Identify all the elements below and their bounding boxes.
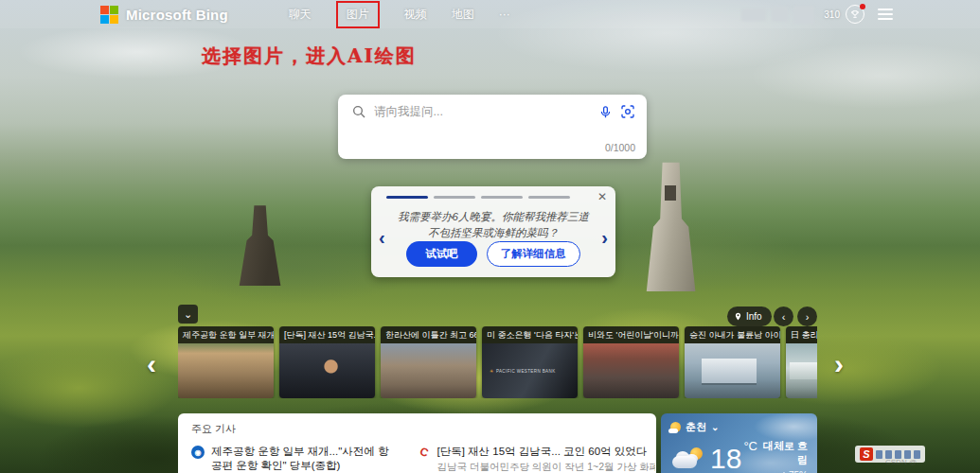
chosun-logo-icon: C xyxy=(416,444,433,461)
news-card-image xyxy=(583,343,679,398)
visual-search-icon[interactable] xyxy=(620,104,635,119)
microphone-icon[interactable] xyxy=(598,105,613,119)
chevron-down-icon: ⌄ xyxy=(184,308,192,321)
info-label: Info xyxy=(746,311,762,322)
news-card[interactable]: 미 중소은행 '다음 타자'는 ... PACIFIC WESTERN BANK xyxy=(482,326,578,398)
article-item[interactable]: C [단독] 재산 15억 김남국... 코인 60억 있었다 김남국 더불어민… xyxy=(418,445,644,473)
watermark-logo: S xyxy=(860,447,873,461)
partly-cloudy-icon xyxy=(670,447,704,470)
nav-more[interactable]: ··· xyxy=(499,8,510,21)
notification-dot xyxy=(860,4,865,9)
cards-prev-icon[interactable]: ‹ xyxy=(147,350,156,378)
background-info-button[interactable]: Info xyxy=(727,307,772,326)
watermark-faint-text: CSDN @... xyxy=(885,458,923,466)
redacted-user-info xyxy=(793,6,814,24)
search-icon xyxy=(351,104,366,119)
top-navigation-bar: Microsoft Bing 聊天 图片 视频 地图 ··· 310 xyxy=(0,0,980,28)
cards-next-icon[interactable]: › xyxy=(834,350,844,378)
close-icon[interactable]: ✕ xyxy=(597,190,607,203)
search-input[interactable] xyxy=(374,105,591,118)
nav-videos[interactable]: 视频 xyxy=(404,7,427,23)
try-it-button[interactable]: 试试吧 xyxy=(406,241,477,267)
temperature-unit: °C xyxy=(743,439,757,453)
learn-more-button[interactable]: 了解详细信息 xyxy=(487,241,580,267)
yonhap-logo-icon: ◉ xyxy=(191,446,205,459)
nav-images[interactable]: 图片 xyxy=(336,1,380,28)
news-card-image xyxy=(786,343,817,398)
rewards-trophy-icon[interactable] xyxy=(846,5,864,24)
top-stories-header: 주요 기사 xyxy=(191,422,643,436)
news-card-image xyxy=(279,343,375,398)
chevron-down-icon[interactable]: ⌄ xyxy=(711,422,719,432)
sun-small-icon xyxy=(670,422,681,432)
rewards-points: 310 xyxy=(824,9,840,20)
jungle-ruin-left xyxy=(233,199,286,286)
collapse-cards-button[interactable]: ⌄ xyxy=(178,305,198,324)
promo-example-prompt: 我需要举办6人晚宴。你能帮我推荐三道不包括坚果或海鲜的菜吗？ xyxy=(398,209,589,240)
redacted-user-info xyxy=(741,9,766,21)
article-title[interactable]: [단독] 재산 15억 김남국... 코인 60억 있었다 xyxy=(437,445,655,459)
weather-widget[interactable]: 춘천 ⌄ 18 °C 대체로 흐림 75% xyxy=(661,413,817,473)
nav-chat[interactable]: 聊天 xyxy=(289,7,312,23)
char-counter: 0/1000 xyxy=(605,142,635,153)
topbar-right-cluster: 310 xyxy=(741,0,893,28)
news-card[interactable]: 비와도 '어린이날'이니까..... xyxy=(583,326,679,398)
top-stories-panel: 주요 기사 ◉ 제주공항 운항 일부 재개..."사전에 항공편 운항 확인" … xyxy=(178,413,656,473)
article-item[interactable]: ◉ 제주공항 운항 일부 재개..."사전에 항공편 운항 확인" 당부(종합)… xyxy=(191,445,393,473)
news-card[interactable]: 승진 아내가 불륜남 아이 ... xyxy=(685,326,780,398)
tikal-temple xyxy=(642,157,699,291)
temperature-value: 18 xyxy=(710,445,741,473)
news-card-image xyxy=(685,343,780,398)
article-snippet: 김남국 더불어민주당 의원이 작년 1~2월 가상 화폐의 일종인 '... xyxy=(437,461,655,473)
bing-homepage: Microsoft Bing 聊天 图片 视频 地图 ··· 310 选择图片，… xyxy=(0,0,980,473)
carousel-progress xyxy=(386,196,570,199)
main-nav: 聊天 图片 视频 地图 ··· xyxy=(289,1,510,28)
temple-doorway xyxy=(665,185,676,201)
news-cards-carousel: 제주공항 운항 일부 재개..."... [단독] 재산 15억 김남국... … xyxy=(178,326,817,398)
annotation-text: 选择图片，进入AI绘图 xyxy=(202,44,417,69)
weather-location[interactable]: 춘천 xyxy=(686,420,706,434)
article-title[interactable]: 제주공항 운항 일부 재개..."사전에 항공편 운항 확인" 당부(종합) xyxy=(211,445,393,473)
location-pin-icon xyxy=(734,311,742,322)
news-card[interactable]: [단독] 재산 15억 김남국... ... xyxy=(279,326,375,398)
background-prev-button[interactable]: ‹ xyxy=(774,307,793,326)
microsoft-bing-logo[interactable]: Microsoft Bing xyxy=(100,6,228,24)
background-next-button[interactable]: › xyxy=(797,307,817,326)
news-card-image xyxy=(178,343,274,398)
nav-maps[interactable]: 地图 xyxy=(452,7,474,23)
news-card-image: PACIFIC WESTERN BANK xyxy=(482,343,578,398)
promo-dialog: ✕ 我需要举办6人晚宴。你能帮我推荐三道不包括坚果或海鲜的菜吗？ ‹ › 试试吧… xyxy=(371,186,615,277)
search-box: 0/1000 xyxy=(338,95,647,159)
hamburger-menu-icon[interactable] xyxy=(878,9,893,20)
news-card-image xyxy=(381,343,476,398)
microsoft-logo-icon xyxy=(100,6,118,24)
news-card[interactable]: 한라산에 이틀간 최고 669... xyxy=(381,326,476,398)
news-card[interactable]: 제주공항 운항 일부 재개..."... xyxy=(178,326,274,398)
weather-condition: 대체로 흐림 xyxy=(757,439,808,467)
logo-text: Microsoft Bing xyxy=(126,7,228,23)
news-card[interactable]: 日 총리관저... xyxy=(786,326,817,398)
redacted-user-info xyxy=(772,7,788,22)
